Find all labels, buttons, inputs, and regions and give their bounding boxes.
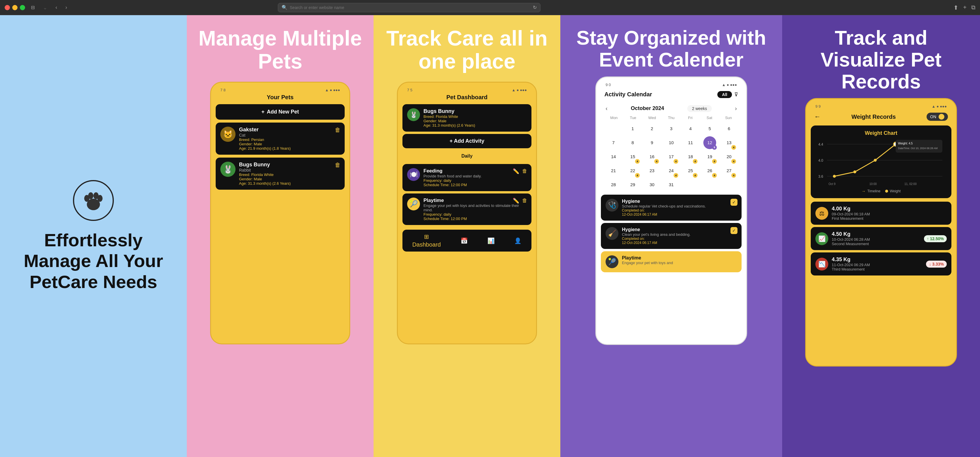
cal-day-30[interactable]: 30	[646, 178, 659, 191]
cal-day-18[interactable]: 184	[684, 150, 697, 163]
cal-day-21[interactable]: 21	[607, 164, 620, 177]
daily-section: Daily	[402, 151, 531, 162]
add-pet-label: Add New Pet	[267, 109, 299, 115]
tabs-button[interactable]: ⧉	[971, 4, 975, 11]
feeding-frequency: Frequency: daily	[423, 178, 482, 183]
cal-day-6[interactable]: 6	[722, 122, 735, 135]
delete-icon[interactable]: 🗑	[522, 168, 527, 175]
cal-day-12[interactable]: 129	[703, 136, 716, 149]
cal-day-14[interactable]: 14	[607, 150, 620, 163]
weight-toggle[interactable]: ON	[927, 113, 948, 121]
cal-day-20[interactable]: 204	[722, 150, 735, 163]
playtime-activity-card[interactable]: 🎾 Playtime Engage your pet with toys and…	[402, 193, 531, 225]
feeding-schedule: Schedule Time: 12:00 PM	[423, 183, 482, 187]
cal-day-16[interactable]: 164	[646, 150, 659, 163]
playtime-event-icon: 🎾	[606, 255, 619, 268]
cal-filter-icon[interactable]: ⊽	[734, 91, 738, 98]
back-button[interactable]: ‹	[53, 3, 59, 12]
delete-pet-icon-2[interactable]: 🗑	[335, 162, 340, 169]
cal-day-8[interactable]: 8	[626, 136, 639, 149]
vet-event-completed-date: 12-Oct-2024 06:17 AM	[622, 212, 706, 217]
reload-icon[interactable]: ↻	[533, 5, 537, 10]
cal-day-31[interactable]: 31	[665, 178, 678, 191]
forward-button[interactable]: ›	[63, 3, 70, 12]
cal-prev-icon[interactable]: ‹	[606, 105, 608, 112]
cal-day-13[interactable]: 134	[722, 136, 735, 149]
playtime-event-card[interactable]: 🎾 Playtime Engage your pet with toys and	[601, 251, 741, 272]
cal-day-25[interactable]: 254	[684, 164, 697, 177]
weight-value-2: 4.50 Kg	[832, 231, 870, 237]
svg-point-2	[88, 192, 93, 199]
vet-event-card[interactable]: 🩺 Hygiene Schedule regular Vet check-ups…	[601, 195, 741, 221]
cal-dot-20: 4	[731, 159, 736, 164]
cal-day-17[interactable]: 174	[665, 150, 678, 163]
cal-day-9[interactable]: 9	[646, 136, 659, 149]
cal-day-28[interactable]: 28	[607, 178, 620, 191]
delete-pet-icon[interactable]: 🗑	[335, 127, 340, 133]
close-button[interactable]	[5, 5, 10, 10]
nav-calendar[interactable]: 📅	[461, 237, 468, 244]
nav-dashboard[interactable]: ⊞ Dashboard	[412, 233, 441, 248]
cal-day-7[interactable]: 7	[607, 136, 620, 149]
cal-day-24[interactable]: 244	[665, 164, 678, 177]
search-input[interactable]	[290, 5, 531, 10]
cal-day-27[interactable]: 274	[722, 164, 735, 177]
cal-day-3[interactable]: 3	[665, 122, 678, 135]
cal-day-11[interactable]: 11	[684, 136, 697, 149]
cal-day-4[interactable]: 4	[684, 122, 697, 135]
nav-profile[interactable]: 👤	[514, 237, 522, 244]
feeding-activity-card[interactable]: 🍽️ Feeding Provide fresh food and water …	[402, 164, 531, 191]
dashboard-nav-icon: ⊞	[424, 233, 429, 240]
share-button[interactable]: ⬆	[953, 4, 958, 11]
cal-weeks-button[interactable]: 2 weeks	[687, 105, 711, 112]
hygiene-event-info: Hygiene Clean your pet's living area and…	[622, 227, 690, 245]
playtime-actions: ✏️ 🗑	[513, 197, 527, 204]
cal-day-10[interactable]: 10	[665, 136, 678, 149]
address-bar[interactable]: 🔍 ↻	[278, 3, 541, 12]
minimize-button[interactable]	[12, 5, 18, 10]
add-activity-button[interactable]: + Add Activity	[402, 134, 531, 148]
delete-icon-2[interactable]: 🗑	[522, 197, 527, 204]
pets-phone-mockup: 7 8 ▲ ● ●●● Your Pets + Add New Pet 🐱 Ga…	[210, 82, 350, 344]
cal-next-icon[interactable]: ›	[735, 105, 737, 112]
add-pet-button[interactable]: + Add New Pet	[216, 104, 345, 119]
hygiene-event-card[interactable]: 🧹 Hygiene Clean your pet's living area a…	[601, 223, 741, 249]
weight-record-2[interactable]: 📈 4.50 Kg 10-Oct-2024 06:28 AM Second Me…	[811, 227, 951, 250]
cal-day-1[interactable]: 1	[626, 122, 639, 135]
pet-type-bugs: Rabbit	[239, 168, 340, 172]
weight-records-section: Track and Visualize Pet Records 9 9 ▲ ● …	[782, 15, 980, 457]
cal-day-23[interactable]: 23	[646, 164, 659, 177]
pet-card-bugs-bunny[interactable]: 🐰 Bugs Bunny Rabbit Breed: Florida White…	[216, 158, 345, 189]
cal-all-button[interactable]: All	[718, 91, 732, 98]
cal-day-22[interactable]: 224	[626, 164, 639, 177]
svg-text:4.4: 4.4	[818, 142, 823, 146]
playtime-frequency: Frequency: daily	[423, 212, 527, 217]
cal-day-headers: Mon Tue Wed Thu Fri Sat Sun	[605, 116, 738, 120]
edit-icon[interactable]: ✏️	[513, 168, 519, 175]
fullscreen-button[interactable]	[20, 5, 25, 10]
weight-record-3[interactable]: 📉 4.35 Kg 11-Oct-2024 06:29 AM Third Mea…	[811, 252, 951, 275]
sidebar-toggle[interactable]: ⊟	[29, 3, 37, 11]
cal-day-5[interactable]: 5	[703, 122, 716, 135]
weight-badge-up: ↑ 12.50%	[924, 235, 947, 242]
cal-day-26[interactable]: 264	[703, 164, 716, 177]
weight-record-info-2: 4.50 Kg 10-Oct-2024 06:28 AM Second Meas…	[832, 231, 870, 246]
weight-date-1: 09-Oct-2024 06:18 AM	[832, 212, 870, 216]
traffic-lights	[5, 5, 25, 10]
back-icon[interactable]: ←	[814, 113, 821, 121]
new-tab-button[interactable]: +	[963, 4, 967, 11]
cal-day-29[interactable]: 29	[626, 178, 639, 191]
cal-status-bar: 9 0 ▲ ● ●●●	[601, 82, 741, 89]
browser-chrome: ⊟ ⌄ ‹ › 🔍 ↻ ⬆ + ⧉	[0, 0, 980, 15]
nav-charts[interactable]: 📊	[487, 237, 495, 244]
weight-screen-title: Weight Records	[851, 113, 896, 120]
pets-screen-title: Your Pets	[216, 94, 345, 101]
playtime-title: Playtime	[423, 197, 527, 204]
cal-day-2[interactable]: 2	[646, 122, 659, 135]
cal-dot-15: 4	[635, 159, 640, 164]
cal-day-19[interactable]: 194	[703, 150, 716, 163]
pet-card-gakster[interactable]: 🐱 Gakster Cat Breed: Persian Gender: Mal…	[216, 123, 345, 154]
edit-icon-2[interactable]: ✏️	[513, 197, 519, 204]
cal-day-15[interactable]: 154	[626, 150, 639, 163]
weight-record-1[interactable]: ⚖ 4.00 Kg 09-Oct-2024 06:18 AM First Mea…	[811, 202, 951, 225]
